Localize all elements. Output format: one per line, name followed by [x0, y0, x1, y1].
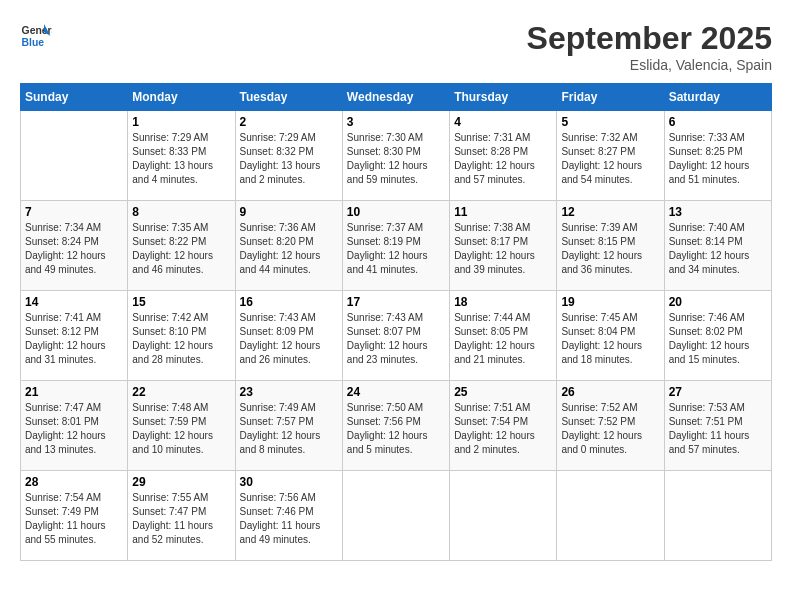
day-info: Sunrise: 7:40 AMSunset: 8:14 PMDaylight:… [669, 221, 767, 277]
day-number: 14 [25, 295, 123, 309]
calendar-week-row: 7Sunrise: 7:34 AMSunset: 8:24 PMDaylight… [21, 201, 772, 291]
calendar-cell: 4Sunrise: 7:31 AMSunset: 8:28 PMDaylight… [450, 111, 557, 201]
day-info: Sunrise: 7:41 AMSunset: 8:12 PMDaylight:… [25, 311, 123, 367]
calendar-cell [664, 471, 771, 561]
calendar-cell: 27Sunrise: 7:53 AMSunset: 7:51 PMDayligh… [664, 381, 771, 471]
day-info: Sunrise: 7:38 AMSunset: 8:17 PMDaylight:… [454, 221, 552, 277]
day-number: 7 [25, 205, 123, 219]
weekday-header: Friday [557, 84, 664, 111]
svg-text:Blue: Blue [22, 37, 45, 48]
location: Eslida, Valencia, Spain [527, 57, 772, 73]
day-info: Sunrise: 7:56 AMSunset: 7:46 PMDaylight:… [240, 491, 338, 547]
calendar-cell: 1Sunrise: 7:29 AMSunset: 8:33 PMDaylight… [128, 111, 235, 201]
day-info: Sunrise: 7:43 AMSunset: 8:09 PMDaylight:… [240, 311, 338, 367]
day-number: 28 [25, 475, 123, 489]
day-number: 8 [132, 205, 230, 219]
calendar-cell: 18Sunrise: 7:44 AMSunset: 8:05 PMDayligh… [450, 291, 557, 381]
calendar-week-row: 21Sunrise: 7:47 AMSunset: 8:01 PMDayligh… [21, 381, 772, 471]
day-number: 21 [25, 385, 123, 399]
day-info: Sunrise: 7:34 AMSunset: 8:24 PMDaylight:… [25, 221, 123, 277]
calendar-cell: 8Sunrise: 7:35 AMSunset: 8:22 PMDaylight… [128, 201, 235, 291]
calendar-cell: 26Sunrise: 7:52 AMSunset: 7:52 PMDayligh… [557, 381, 664, 471]
day-number: 6 [669, 115, 767, 129]
day-info: Sunrise: 7:48 AMSunset: 7:59 PMDaylight:… [132, 401, 230, 457]
calendar-cell: 15Sunrise: 7:42 AMSunset: 8:10 PMDayligh… [128, 291, 235, 381]
day-info: Sunrise: 7:39 AMSunset: 8:15 PMDaylight:… [561, 221, 659, 277]
day-info: Sunrise: 7:33 AMSunset: 8:25 PMDaylight:… [669, 131, 767, 187]
day-number: 25 [454, 385, 552, 399]
calendar-cell: 21Sunrise: 7:47 AMSunset: 8:01 PMDayligh… [21, 381, 128, 471]
weekday-header: Monday [128, 84, 235, 111]
calendar-table: SundayMondayTuesdayWednesdayThursdayFrid… [20, 83, 772, 561]
calendar-cell: 5Sunrise: 7:32 AMSunset: 8:27 PMDaylight… [557, 111, 664, 201]
calendar-cell: 24Sunrise: 7:50 AMSunset: 7:56 PMDayligh… [342, 381, 449, 471]
day-number: 15 [132, 295, 230, 309]
day-info: Sunrise: 7:55 AMSunset: 7:47 PMDaylight:… [132, 491, 230, 547]
calendar-cell: 7Sunrise: 7:34 AMSunset: 8:24 PMDaylight… [21, 201, 128, 291]
calendar-cell: 12Sunrise: 7:39 AMSunset: 8:15 PMDayligh… [557, 201, 664, 291]
day-number: 16 [240, 295, 338, 309]
weekday-header: Saturday [664, 84, 771, 111]
day-number: 9 [240, 205, 338, 219]
day-info: Sunrise: 7:30 AMSunset: 8:30 PMDaylight:… [347, 131, 445, 187]
logo-icon: General Blue [20, 20, 52, 52]
day-info: Sunrise: 7:45 AMSunset: 8:04 PMDaylight:… [561, 311, 659, 367]
day-info: Sunrise: 7:42 AMSunset: 8:10 PMDaylight:… [132, 311, 230, 367]
weekday-header: Wednesday [342, 84, 449, 111]
day-info: Sunrise: 7:50 AMSunset: 7:56 PMDaylight:… [347, 401, 445, 457]
calendar-cell [21, 111, 128, 201]
calendar-cell [450, 471, 557, 561]
header: General Blue September 2025 Eslida, Vale… [20, 20, 772, 73]
weekday-header: Thursday [450, 84, 557, 111]
calendar-cell [342, 471, 449, 561]
day-info: Sunrise: 7:49 AMSunset: 7:57 PMDaylight:… [240, 401, 338, 457]
day-number: 12 [561, 205, 659, 219]
calendar-cell: 29Sunrise: 7:55 AMSunset: 7:47 PMDayligh… [128, 471, 235, 561]
day-info: Sunrise: 7:37 AMSunset: 8:19 PMDaylight:… [347, 221, 445, 277]
day-number: 11 [454, 205, 552, 219]
day-info: Sunrise: 7:47 AMSunset: 8:01 PMDaylight:… [25, 401, 123, 457]
day-number: 17 [347, 295, 445, 309]
calendar-week-row: 14Sunrise: 7:41 AMSunset: 8:12 PMDayligh… [21, 291, 772, 381]
calendar-cell: 6Sunrise: 7:33 AMSunset: 8:25 PMDaylight… [664, 111, 771, 201]
day-number: 10 [347, 205, 445, 219]
calendar-cell: 3Sunrise: 7:30 AMSunset: 8:30 PMDaylight… [342, 111, 449, 201]
day-number: 23 [240, 385, 338, 399]
calendar-cell: 20Sunrise: 7:46 AMSunset: 8:02 PMDayligh… [664, 291, 771, 381]
day-number: 29 [132, 475, 230, 489]
day-info: Sunrise: 7:29 AMSunset: 8:32 PMDaylight:… [240, 131, 338, 187]
calendar-cell: 10Sunrise: 7:37 AMSunset: 8:19 PMDayligh… [342, 201, 449, 291]
calendar-cell: 23Sunrise: 7:49 AMSunset: 7:57 PMDayligh… [235, 381, 342, 471]
calendar-week-row: 28Sunrise: 7:54 AMSunset: 7:49 PMDayligh… [21, 471, 772, 561]
calendar-week-row: 1Sunrise: 7:29 AMSunset: 8:33 PMDaylight… [21, 111, 772, 201]
day-info: Sunrise: 7:43 AMSunset: 8:07 PMDaylight:… [347, 311, 445, 367]
calendar-cell: 2Sunrise: 7:29 AMSunset: 8:32 PMDaylight… [235, 111, 342, 201]
logo: General Blue [20, 20, 52, 52]
day-info: Sunrise: 7:52 AMSunset: 7:52 PMDaylight:… [561, 401, 659, 457]
calendar-cell: 13Sunrise: 7:40 AMSunset: 8:14 PMDayligh… [664, 201, 771, 291]
day-number: 27 [669, 385, 767, 399]
day-info: Sunrise: 7:44 AMSunset: 8:05 PMDaylight:… [454, 311, 552, 367]
day-number: 22 [132, 385, 230, 399]
day-info: Sunrise: 7:53 AMSunset: 7:51 PMDaylight:… [669, 401, 767, 457]
weekday-header: Tuesday [235, 84, 342, 111]
day-number: 20 [669, 295, 767, 309]
day-info: Sunrise: 7:51 AMSunset: 7:54 PMDaylight:… [454, 401, 552, 457]
calendar-cell: 17Sunrise: 7:43 AMSunset: 8:07 PMDayligh… [342, 291, 449, 381]
day-info: Sunrise: 7:32 AMSunset: 8:27 PMDaylight:… [561, 131, 659, 187]
day-info: Sunrise: 7:46 AMSunset: 8:02 PMDaylight:… [669, 311, 767, 367]
month-title: September 2025 [527, 20, 772, 57]
calendar-cell: 9Sunrise: 7:36 AMSunset: 8:20 PMDaylight… [235, 201, 342, 291]
calendar-cell: 19Sunrise: 7:45 AMSunset: 8:04 PMDayligh… [557, 291, 664, 381]
day-info: Sunrise: 7:54 AMSunset: 7:49 PMDaylight:… [25, 491, 123, 547]
day-number: 3 [347, 115, 445, 129]
calendar-cell: 25Sunrise: 7:51 AMSunset: 7:54 PMDayligh… [450, 381, 557, 471]
day-info: Sunrise: 7:35 AMSunset: 8:22 PMDaylight:… [132, 221, 230, 277]
weekday-header-row: SundayMondayTuesdayWednesdayThursdayFrid… [21, 84, 772, 111]
day-number: 1 [132, 115, 230, 129]
day-number: 24 [347, 385, 445, 399]
day-info: Sunrise: 7:36 AMSunset: 8:20 PMDaylight:… [240, 221, 338, 277]
day-number: 13 [669, 205, 767, 219]
day-number: 30 [240, 475, 338, 489]
day-number: 4 [454, 115, 552, 129]
